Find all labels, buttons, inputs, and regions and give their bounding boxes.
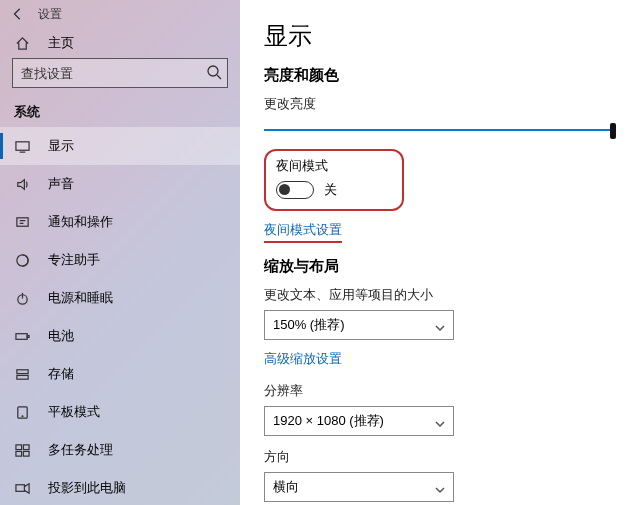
scale-select[interactable]: 150% (推荐)	[264, 310, 454, 340]
svg-rect-4	[15, 333, 26, 339]
multitask-icon	[14, 443, 30, 458]
sidebar-item-focus[interactable]: 专注助手	[0, 241, 240, 279]
home-icon	[14, 36, 30, 51]
svg-rect-6	[16, 369, 27, 373]
chevron-down-icon	[435, 321, 445, 336]
slider-track	[264, 129, 616, 131]
nightlight-toggle[interactable]	[276, 181, 314, 199]
svg-rect-10	[15, 444, 21, 449]
sidebar-item-label: 显示	[48, 137, 74, 155]
nightlight-highlight: 夜间模式 关	[264, 149, 404, 211]
svg-point-0	[208, 66, 218, 76]
section-scale-title: 缩放与布局	[264, 257, 616, 276]
battery-icon	[14, 329, 30, 344]
svg-rect-11	[23, 444, 29, 449]
resolution-label: 分辨率	[264, 382, 616, 400]
slider-thumb[interactable]	[610, 123, 616, 139]
focus-icon	[14, 253, 30, 268]
sidebar-item-label: 电源和睡眠	[48, 289, 113, 307]
svg-rect-12	[15, 451, 21, 456]
svg-rect-13	[23, 451, 29, 456]
sidebar-item-storage[interactable]: 存储	[0, 355, 240, 393]
resolution-value: 1920 × 1080 (推荐)	[273, 412, 384, 430]
scale-value: 150% (推荐)	[273, 316, 345, 334]
back-button[interactable]	[8, 4, 28, 24]
chevron-down-icon	[435, 483, 445, 498]
scale-label: 更改文本、应用等项目的大小	[264, 286, 616, 304]
brightness-label: 更改亮度	[264, 95, 616, 113]
sidebar-item-label: 平板模式	[48, 403, 100, 421]
storage-icon	[14, 367, 30, 382]
search-icon	[206, 64, 222, 83]
settings-window: 设置 主页 系统 显示 声音 通知	[0, 0, 640, 505]
tablet-icon	[14, 405, 30, 420]
sidebar-item-label: 通知和操作	[48, 213, 113, 231]
chevron-down-icon	[435, 417, 445, 432]
brightness-slider[interactable]	[264, 119, 616, 143]
nightlight-toggle-row: 关	[276, 181, 388, 199]
page-title: 显示	[264, 20, 616, 52]
home-label: 主页	[48, 34, 74, 52]
advanced-scale-link[interactable]: 高级缩放设置	[264, 350, 342, 368]
search-wrap	[12, 58, 228, 88]
sidebar-item-label: 投影到此电脑	[48, 479, 126, 497]
nightlight-label: 夜间模式	[276, 157, 388, 175]
svg-rect-1	[15, 141, 28, 149]
sidebar-item-notifications[interactable]: 通知和操作	[0, 203, 240, 241]
sidebar-nav: 显示 声音 通知和操作 专注助手 电源和睡眠 电池	[0, 127, 240, 505]
svg-rect-14	[15, 484, 23, 491]
svg-rect-5	[27, 335, 29, 337]
nightlight-state: 关	[324, 181, 337, 199]
sidebar-item-label: 存储	[48, 365, 74, 383]
sidebar-item-multitask[interactable]: 多任务处理	[0, 431, 240, 469]
sidebar-item-display[interactable]: 显示	[0, 127, 240, 165]
sidebar-item-project[interactable]: 投影到此电脑	[0, 469, 240, 505]
sound-icon	[14, 177, 30, 192]
svg-rect-2	[16, 217, 27, 225]
content-area: 显示 亮度和颜色 更改亮度 夜间模式 关 夜间模式设置 缩放与布局 更改文本、应…	[240, 0, 640, 505]
sidebar-item-sound[interactable]: 声音	[0, 165, 240, 203]
display-icon	[14, 139, 30, 154]
sidebar-item-label: 多任务处理	[48, 441, 113, 459]
sidebar-item-battery[interactable]: 电池	[0, 317, 240, 355]
project-icon	[14, 481, 30, 496]
toggle-knob	[279, 184, 290, 195]
power-icon	[14, 291, 30, 306]
orientation-label: 方向	[264, 448, 616, 466]
orientation-select[interactable]: 横向	[264, 472, 454, 502]
sidebar-item-label: 专注助手	[48, 251, 100, 269]
orientation-value: 横向	[273, 478, 299, 496]
resolution-select[interactable]: 1920 × 1080 (推荐)	[264, 406, 454, 436]
sidebar: 设置 主页 系统 显示 声音 通知	[0, 0, 240, 505]
sidebar-item-label: 电池	[48, 327, 74, 345]
section-brightness-title: 亮度和颜色	[264, 66, 616, 85]
sidebar-item-tablet[interactable]: 平板模式	[0, 393, 240, 431]
sidebar-item-power[interactable]: 电源和睡眠	[0, 279, 240, 317]
notifications-icon	[14, 215, 30, 230]
sidebar-item-label: 声音	[48, 175, 74, 193]
home-nav[interactable]: 主页	[0, 34, 240, 52]
search-input[interactable]	[12, 58, 228, 88]
svg-rect-7	[16, 375, 27, 379]
svg-point-9	[22, 415, 23, 416]
titlebar: 设置	[0, 0, 240, 28]
nightlight-settings-link[interactable]: 夜间模式设置	[264, 221, 342, 243]
sidebar-group-label: 系统	[0, 98, 240, 127]
app-title: 设置	[38, 6, 62, 23]
